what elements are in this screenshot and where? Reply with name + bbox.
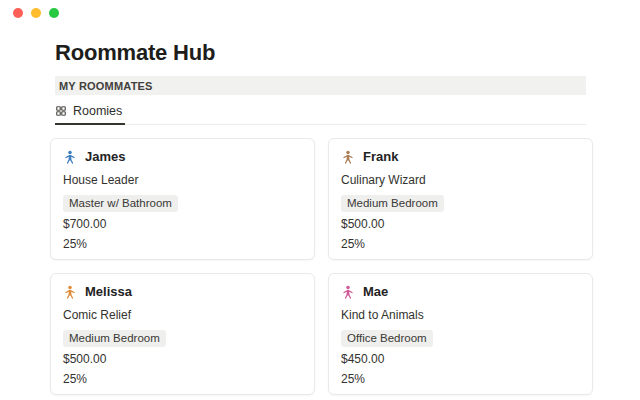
rent-amount: $700.00 [63,217,302,231]
soap-dispenser-icon [63,395,74,396]
roommate-card-mae[interactable]: Mae Kind to Animals Office Bedroom $450.… [328,273,593,395]
roommate-name: James [85,149,125,164]
rent-amount: $500.00 [341,217,580,231]
chore-label: Tidy Common Areas [447,394,551,395]
chore-label: Water Plants [356,394,421,395]
chore-chip: Water Plants [341,394,421,395]
feather-icon [562,395,573,396]
share-percent: 25% [341,237,580,251]
roommate-name: Mae [363,284,388,299]
chore-chip: Vacuum [161,259,217,260]
person-icon [341,150,355,164]
roommate-role: Culinary Wizard [341,173,580,187]
close-window-button[interactable] [13,8,23,18]
chore-chip: Mow the Lawn [341,259,430,260]
leaf-icon [341,260,352,261]
chore-chip: Tidy Common Areas [432,394,551,395]
trash-can-icon [274,395,285,396]
share-percent: 25% [63,372,302,386]
leaf-icon [228,260,239,261]
room-tag: Master w/ Bathroom [63,195,178,212]
window-titlebar [0,0,640,26]
chore-chip: Dust House [562,394,580,395]
potted-plant-icon [341,395,352,396]
chore-chip: Clean Bathroom [63,394,161,395]
person-icon [341,285,355,299]
chore-chip: Recycling [274,394,302,395]
minimize-window-button[interactable] [31,8,41,18]
share-percent: 25% [63,237,302,251]
page-content: Roommate Hub MY ROOMMATES Roomies James … [0,40,640,395]
chore-label: Buy Groceries [456,259,529,260]
gallery-grid-icon [55,105,67,117]
chore-chip: Buy Groceries [441,259,529,260]
chore-label: Take out Trash [187,394,262,395]
sparkles-icon [432,395,443,396]
rent-amount: $500.00 [63,352,302,366]
roommate-role: Kind to Animals [341,308,580,322]
share-percent: 25% [341,372,580,386]
chore-chip: Take out Trash [172,394,262,395]
chore-chip: Cook Friday night dinner [540,259,580,260]
zoom-window-button[interactable] [49,8,59,18]
person-icon [63,150,77,164]
chore-list: Clean Kitchen Vacuum Prune Shrubs [63,259,302,260]
page-title: Roommate Hub [55,40,592,66]
roommate-name: Frank [363,149,398,164]
chore-label: Prune Shrubs [243,259,302,260]
broom-icon [161,260,172,261]
room-tag: Medium Bedroom [63,330,166,347]
roommate-gallery: James House Leader Master w/ Bathroom $7… [50,138,593,395]
room-tag: Medium Bedroom [341,195,444,212]
chore-list: Water Plants Tidy Common Areas Dust Hous… [341,394,580,395]
view-tabs: Roomies [55,102,586,125]
bento-box-icon [540,260,551,261]
roommate-card-james[interactable]: James House Leader Master w/ Bathroom $7… [50,138,315,260]
chore-label: Cook Friday night dinner [555,259,580,260]
soap-dispenser-icon [63,260,74,261]
section-header-label: MY ROOMMATES [59,80,153,92]
shopping-cart-icon [441,260,452,261]
chore-label: Clean Bathroom [78,394,161,395]
tab-label: Roomies [73,104,122,118]
chore-chip: Clean Kitchen [63,259,150,260]
roommate-name: Melissa [85,284,132,299]
chore-label: Vacuum [176,259,217,260]
roommate-role: House Leader [63,173,302,187]
person-icon [63,285,77,299]
room-tag: Office Bedroom [341,330,433,347]
section-header: MY ROOMMATES [55,76,586,95]
rent-amount: $450.00 [341,352,580,366]
chore-label: Mow the Lawn [356,259,430,260]
roommate-role: Comic Relief [63,308,302,322]
tab-roomies[interactable]: Roomies [55,102,125,125]
chore-label: Recycling [289,394,302,395]
trash-can-icon [172,395,183,396]
roommate-card-frank[interactable]: Frank Culinary Wizard Medium Bedroom $50… [328,138,593,260]
chore-label: Clean Kitchen [78,259,150,260]
roommate-card-melissa[interactable]: Melissa Comic Relief Medium Bedroom $500… [50,273,315,395]
chore-list: Mow the Lawn Buy Groceries Cook Friday n… [341,259,580,260]
chore-list: Clean Bathroom Take out Trash Recycling [63,394,302,395]
chore-chip: Prune Shrubs [228,259,302,260]
chore-label: Dust House [577,394,580,395]
